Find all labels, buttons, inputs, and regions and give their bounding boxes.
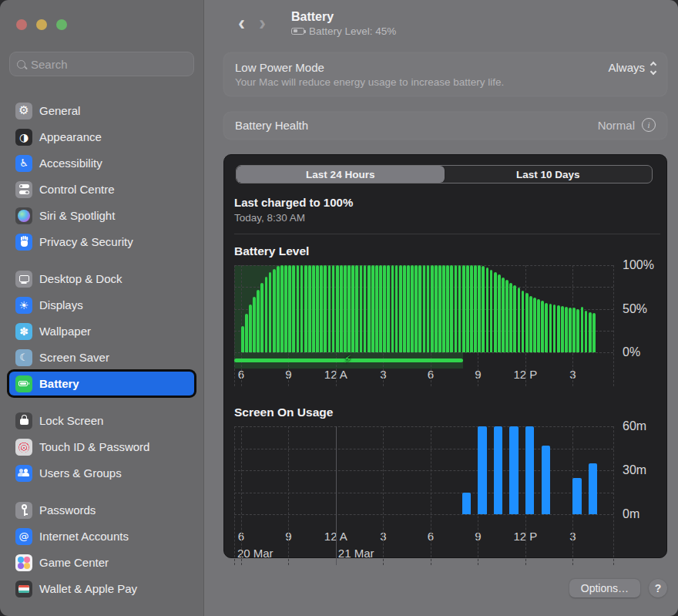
screen-on-usage-bar (572, 478, 581, 515)
sidebar-nav: ⚙General◑Appearance♿AccessibilityControl… (9, 99, 194, 601)
sidebar-item-passwords[interactable]: Passwords (9, 498, 194, 522)
sidebar-item-label: Wallet & Apple Pay (39, 582, 137, 595)
battery-level-bar (486, 268, 489, 352)
sidebar-item-control-centre[interactable]: Control Centre (9, 177, 194, 201)
low-power-mode-label: Low Power Mode (235, 61, 324, 74)
battery-level-bar (304, 265, 307, 352)
sidebar-item-accessibility[interactable]: ♿Accessibility (9, 151, 194, 175)
battery-level-bar (576, 309, 579, 353)
battery-level-bar (435, 265, 438, 352)
last-charged-subtitle: Today, 8:30 AM (234, 212, 666, 224)
battery-level-bar (545, 303, 548, 352)
battery-level-chart-title: Battery Level (234, 244, 666, 258)
help-button[interactable]: ? (649, 579, 667, 597)
battery-level-bar (280, 265, 284, 352)
control-centre-icon (15, 181, 32, 198)
displays-icon: ☀ (15, 297, 32, 314)
sidebar-item-screen-saver[interactable]: ☾Screen Saver (9, 345, 194, 369)
battery-level-bar (438, 265, 441, 352)
back-button[interactable]: ‹ (231, 13, 252, 34)
battery-level-bar (265, 277, 268, 352)
sidebar-item-label: Displays (39, 298, 83, 311)
battery-level-bar (572, 308, 576, 352)
battery-level-bar (592, 313, 596, 352)
battery-level-bar (308, 265, 311, 352)
sidebar-item-desktop-dock[interactable]: Desktop & Dock (9, 267, 194, 291)
date-label: 20 Mar (237, 547, 274, 560)
battery-level-bar (418, 265, 421, 352)
gridline-horizontal (234, 426, 613, 427)
sidebar-item-siri-spotlight[interactable]: Siri & Spotlight (9, 204, 194, 227)
sidebar-item-touch-id-password[interactable]: Touch ID & Password (9, 435, 194, 459)
battery-level-plot: ⚡ (234, 265, 613, 352)
wallpaper-icon: ✽ (15, 323, 32, 340)
forward-button[interactable]: › (252, 13, 273, 34)
battery-level-bar (328, 265, 331, 352)
sidebar-item-label: Siri & Spotlight (39, 209, 115, 222)
search-input[interactable]: Search (9, 52, 194, 76)
close-button[interactable] (16, 19, 27, 30)
battery-level-bar (316, 265, 319, 352)
divider (234, 234, 660, 234)
minimize-button[interactable] (36, 19, 47, 30)
sidebar-item-privacy-security[interactable]: Privacy & Security (9, 230, 194, 254)
screen-on-usage-bar (525, 426, 534, 514)
battery-level-bar (533, 298, 536, 352)
sidebar-item-label: Appearance (39, 130, 102, 143)
battery-level-bar (518, 288, 521, 352)
x-axis-labels: 6912 A36912 P3 (234, 525, 613, 544)
battery-level-bar (509, 283, 512, 352)
battery-level-bar (399, 265, 402, 352)
y-axis-label: 50% (623, 302, 647, 316)
sidebar-item-displays[interactable]: ☀Displays (9, 293, 194, 317)
battery-level-bar (581, 307, 584, 352)
battery-level-bar (494, 272, 497, 352)
battery-level-bar (513, 285, 516, 352)
sidebar-item-label: General (39, 104, 80, 117)
gridline-vertical (234, 265, 235, 386)
battery-level-bar (541, 301, 544, 352)
screen-on-usage-bar (478, 426, 486, 514)
gridline-vertical (234, 426, 235, 565)
sidebar-item-wallpaper[interactable]: ✽Wallpaper (9, 319, 194, 343)
tab-last-24-hours[interactable]: Last 24 Hours (237, 166, 445, 183)
sidebar-item-appearance[interactable]: ◑Appearance (9, 125, 194, 149)
zoom-button[interactable] (56, 19, 67, 30)
sidebar-item-lock-screen[interactable]: Lock Screen (9, 409, 194, 433)
battery-level-bar (522, 291, 525, 352)
battery-level-bar (470, 265, 473, 352)
midnight-line (336, 426, 337, 565)
battery-level-bar (446, 265, 449, 352)
sidebar-item-internet-accounts[interactable]: @Internet Accounts (9, 524, 194, 548)
y-axis-label: 30m (623, 463, 646, 477)
low-power-mode-select[interactable]: Always (608, 61, 656, 74)
info-icon[interactable]: i (642, 118, 656, 132)
stepper-icon (651, 62, 656, 74)
y-axis-label: 60m (623, 419, 646, 433)
battery-level-bar (344, 265, 347, 352)
battery-level-bar (431, 265, 434, 352)
screen-on-usage-chart: 60m30m0m6912 A36912 P320 Mar21 Mar (234, 426, 613, 564)
sidebar-item-game-center[interactable]: Game Center (9, 550, 194, 574)
search-placeholder: Search (31, 58, 68, 71)
sidebar-item-users-groups[interactable]: Users & Groups (9, 461, 194, 485)
content-header: ‹ › Battery Battery Level: 45% (223, 0, 667, 46)
tab-last-10-days[interactable]: Last 10 Days (445, 166, 653, 183)
sidebar-item-label: Battery (39, 377, 79, 390)
battery-level-bar (383, 265, 386, 352)
battery-level-bar (411, 265, 414, 352)
battery-level-icon (291, 28, 304, 35)
battery-usage-panel: Last 24 HoursLast 10 Days Last charged t… (223, 154, 667, 558)
sidebar-item-wallet-apple-pay[interactable]: Wallet & Apple Pay (9, 577, 194, 601)
battery-level-bar (427, 265, 430, 352)
game-center-icon (15, 554, 32, 571)
sidebar-item-general[interactable]: ⚙General (9, 99, 194, 123)
accessibility-icon: ♿ (15, 155, 32, 172)
y-axis-labels: 100%50%0% (623, 265, 676, 382)
battery-level-bar (297, 265, 300, 352)
options-button[interactable]: Options… (569, 579, 640, 597)
users-groups-icon (15, 465, 32, 482)
sidebar-item-battery[interactable]: Battery (9, 372, 194, 396)
charging-bolt-icon: ⚡ (344, 354, 352, 365)
gridline-horizontal (234, 449, 613, 449)
